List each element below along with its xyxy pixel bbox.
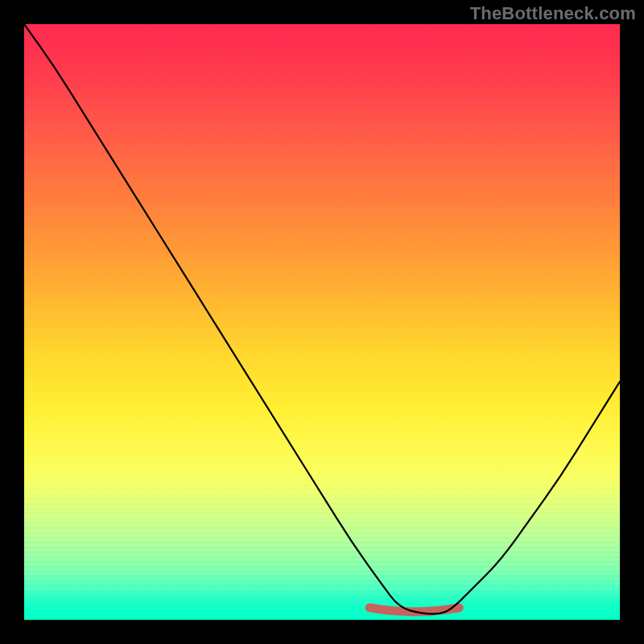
curve-svg [24, 24, 620, 620]
bottleneck-curve [24, 24, 620, 614]
watermark-text: TheBottleneck.com [470, 3, 636, 24]
plot-area [24, 24, 620, 620]
chart-frame: TheBottleneck.com [0, 0, 644, 644]
